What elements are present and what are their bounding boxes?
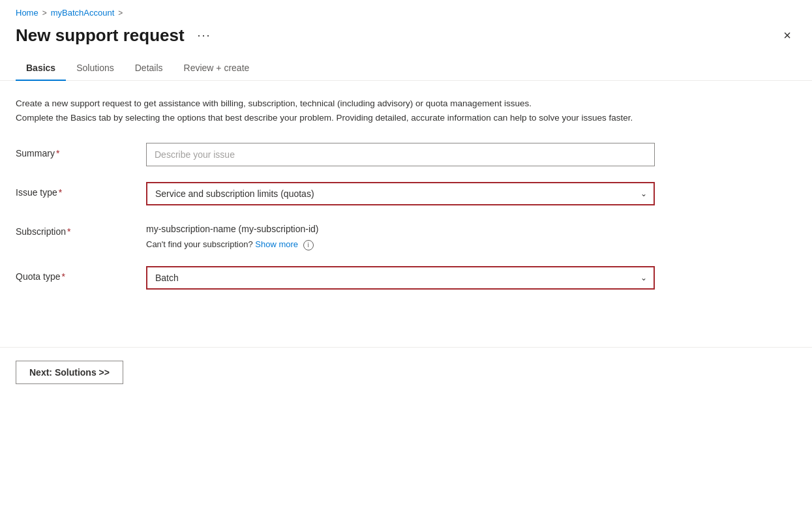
tab-details[interactable]: Details: [125, 56, 173, 81]
quota-type-select-wrapper: Batch Other ⌄: [146, 266, 655, 290]
summary-input[interactable]: [146, 143, 655, 166]
close-button[interactable]: ×: [778, 25, 796, 46]
info-icon[interactable]: i: [303, 240, 314, 250]
tab-basics[interactable]: Basics: [16, 56, 66, 81]
quota-type-label: Quota type*: [16, 266, 146, 282]
quota-type-row: Quota type* Batch Other ⌄: [16, 266, 767, 290]
breadcrumb-home[interactable]: Home: [16, 8, 38, 18]
quota-type-select[interactable]: Batch Other: [146, 266, 655, 290]
issue-type-select[interactable]: Service and subscription limits (quotas)…: [146, 182, 655, 205]
subscription-row: Subscription* my-subscription-name (my-s…: [16, 221, 767, 250]
next-solutions-button[interactable]: Next: Solutions >>: [16, 361, 123, 384]
form-description: Create a new support request to get assi…: [16, 97, 767, 125]
description-line2: Complete the Basics tab by selecting the…: [16, 111, 767, 125]
summary-label: Summary*: [16, 143, 146, 158]
tab-review-create[interactable]: Review + create: [173, 56, 260, 81]
page-title: New support request: [16, 25, 185, 46]
quota-type-required: *: [62, 271, 65, 282]
summary-control: [146, 143, 655, 166]
cant-find-text: Can't find your subscription?: [146, 239, 253, 249]
issue-type-select-wrapper: Service and subscription limits (quotas)…: [146, 182, 655, 205]
subscription-link-row: Can't find your subscription? Show more …: [146, 239, 655, 250]
issue-type-row: Issue type* Service and subscription lim…: [16, 182, 767, 205]
header-left: New support request ···: [16, 25, 217, 46]
issue-type-required: *: [59, 187, 62, 198]
subscription-required: *: [67, 226, 70, 237]
breadcrumb-sep2: >: [118, 8, 123, 18]
subscription-value: my-subscription-name (my-subscription-id…: [146, 221, 655, 234]
page-header: New support request ··· ×: [0, 23, 812, 56]
summary-row: Summary*: [16, 143, 767, 166]
breadcrumb: Home > myBatchAccount >: [0, 0, 812, 23]
summary-required: *: [56, 148, 59, 158]
subscription-control: my-subscription-name (my-subscription-id…: [146, 221, 655, 250]
subscription-label: Subscription*: [16, 221, 146, 237]
footer: Next: Solutions >>: [0, 348, 812, 397]
breadcrumb-sep1: >: [42, 8, 47, 18]
tabs-bar: Basics Solutions Details Review + create: [0, 56, 812, 81]
main-content: Create a new support request to get assi…: [0, 81, 783, 321]
issue-type-label: Issue type*: [16, 182, 146, 198]
issue-type-control: Service and subscription limits (quotas)…: [146, 182, 655, 205]
breadcrumb-account[interactable]: myBatchAccount: [51, 8, 115, 18]
tab-solutions[interactable]: Solutions: [66, 56, 125, 81]
more-options-button[interactable]: ···: [192, 26, 217, 45]
quota-type-control: Batch Other ⌄: [146, 266, 655, 290]
show-more-link[interactable]: Show more: [255, 239, 298, 249]
description-line1: Create a new support request to get assi…: [16, 97, 767, 111]
